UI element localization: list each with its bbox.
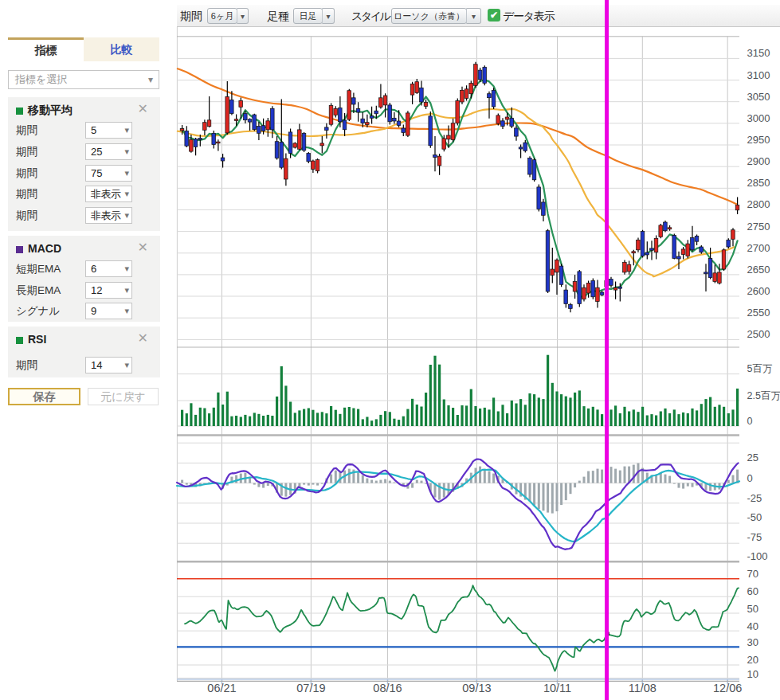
svg-text:0: 0 — [747, 416, 753, 427]
svg-text:2900: 2900 — [747, 155, 770, 167]
svg-text:07/19: 07/19 — [296, 682, 325, 694]
svg-text:2500: 2500 — [747, 328, 770, 340]
svg-text:3100: 3100 — [747, 69, 770, 81]
svg-text:2.5百万: 2.5百万 — [747, 390, 780, 401]
svg-text:2800: 2800 — [747, 198, 770, 210]
svg-text:2650: 2650 — [747, 264, 770, 276]
svg-text:50: 50 — [747, 603, 758, 615]
svg-text:2600: 2600 — [747, 285, 770, 297]
svg-text:2700: 2700 — [747, 242, 770, 254]
svg-text:-100: -100 — [747, 550, 768, 562]
svg-text:3000: 3000 — [747, 112, 770, 124]
svg-text:70: 70 — [747, 568, 758, 580]
svg-text:40: 40 — [747, 620, 758, 632]
svg-text:-25: -25 — [747, 492, 762, 504]
svg-text:2950: 2950 — [747, 134, 770, 146]
svg-text:08/16: 08/16 — [373, 682, 402, 694]
svg-text:3150: 3150 — [747, 47, 770, 59]
svg-text:2850: 2850 — [747, 177, 770, 189]
svg-text:06/21: 06/21 — [207, 682, 236, 694]
svg-text:30: 30 — [747, 636, 758, 648]
svg-text:09/13: 09/13 — [462, 682, 491, 694]
svg-text:-75: -75 — [747, 531, 762, 543]
svg-text:5百万: 5百万 — [747, 363, 773, 374]
svg-text:3050: 3050 — [747, 91, 770, 103]
svg-text:11/08: 11/08 — [629, 682, 657, 694]
svg-text:20: 20 — [747, 654, 758, 666]
svg-text:-50: -50 — [747, 511, 762, 523]
svg-text:10/11: 10/11 — [543, 682, 571, 694]
svg-text:25: 25 — [747, 452, 758, 463]
svg-text:0: 0 — [747, 472, 753, 484]
svg-text:2550: 2550 — [747, 307, 770, 319]
svg-text:10: 10 — [747, 668, 758, 680]
svg-text:60: 60 — [747, 585, 758, 597]
svg-text:12/06: 12/06 — [713, 682, 742, 694]
svg-text:2750: 2750 — [747, 221, 770, 233]
